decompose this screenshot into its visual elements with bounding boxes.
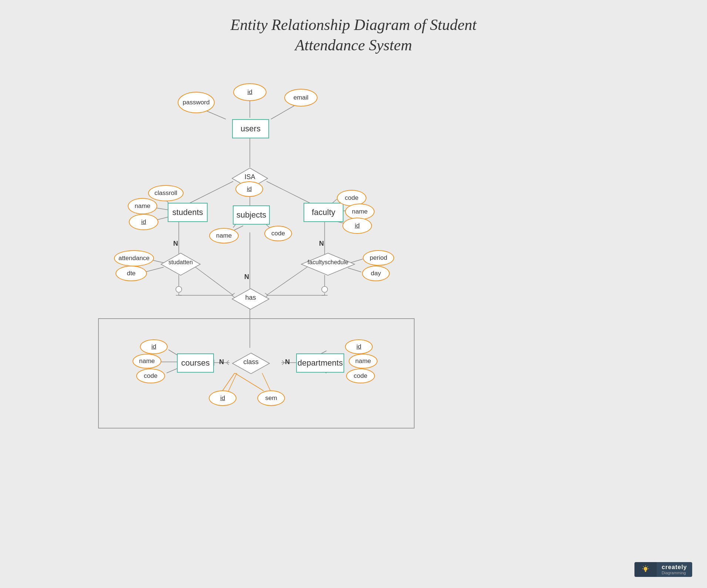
attr-subjects-name: name: [209, 228, 239, 243]
creately-logo: creately Diagramming: [634, 562, 693, 577]
creately-brand: creately Diagramming: [657, 562, 693, 577]
svg-line-4: [189, 181, 233, 204]
entity-courses: courses: [177, 353, 214, 373]
svg-line-73: [643, 567, 644, 567]
creately-sub: Diagramming: [662, 571, 686, 575]
svg-line-74: [647, 567, 648, 567]
attr-faculty-id: id: [342, 218, 372, 234]
entity-users: users: [232, 119, 269, 138]
diamond-facultyschedule: facultyschedule: [301, 252, 355, 276]
entity-faculty: faculty: [304, 203, 344, 222]
attr-class-id: id: [209, 390, 237, 406]
svg-rect-68: [645, 571, 646, 571]
attr-students-id: id: [129, 214, 158, 230]
attr-users-email: email: [284, 89, 318, 107]
card-courses-n: N: [219, 358, 224, 366]
attr-class-sem: sem: [257, 390, 285, 406]
attr-departments-id: id: [345, 339, 373, 354]
svg-point-44: [322, 286, 328, 292]
attr-users-id: id: [233, 83, 267, 101]
svg-rect-69: [645, 571, 646, 572]
card-n1: N: [173, 240, 178, 248]
entity-departments: departments: [296, 353, 344, 373]
svg-line-6: [267, 181, 311, 204]
attr-departments-name: name: [349, 354, 378, 369]
diamond-studatten: studatten: [160, 252, 201, 276]
card-n2: N: [319, 240, 324, 248]
card-n3: N: [244, 273, 249, 281]
svg-point-67: [644, 567, 647, 571]
diamond-has: has: [231, 288, 270, 310]
svg-point-37: [176, 286, 182, 292]
attr-courses-id: id: [140, 339, 168, 354]
attr-students-name: name: [128, 198, 157, 214]
diamond-class: class: [232, 352, 270, 374]
diagram-area: users id password email ISA students nam…: [44, 59, 663, 558]
entity-students: students: [168, 203, 208, 222]
creately-logo-left: [634, 562, 657, 577]
card-departments-n: N: [285, 358, 290, 366]
attr-facultyschedule-period: period: [363, 250, 394, 266]
svg-line-2: [271, 104, 298, 119]
diagram-title: Entity Relationship Diagram of Student A…: [0, 0, 707, 55]
attr-departments-code: code: [346, 369, 375, 383]
bulb-icon: [641, 565, 650, 574]
attr-studatten-dte: dte: [115, 266, 147, 281]
entity-subjects: subjects: [233, 205, 270, 225]
attr-students-classroll: classroll: [148, 185, 184, 201]
attr-courses-code: code: [136, 369, 165, 383]
attr-subjects-id: id: [235, 181, 263, 197]
connections-svg: [44, 59, 663, 558]
creately-text: creately: [662, 564, 687, 571]
main-container: Entity Relationship Diagram of Student A…: [0, 0, 707, 588]
attr-subjects-code: code: [264, 226, 292, 241]
attr-facultyschedule-day: day: [362, 266, 390, 281]
attr-users-password: password: [178, 92, 215, 113]
attr-studatten-attendance: attendance: [114, 250, 154, 266]
attr-courses-name: name: [133, 354, 161, 369]
